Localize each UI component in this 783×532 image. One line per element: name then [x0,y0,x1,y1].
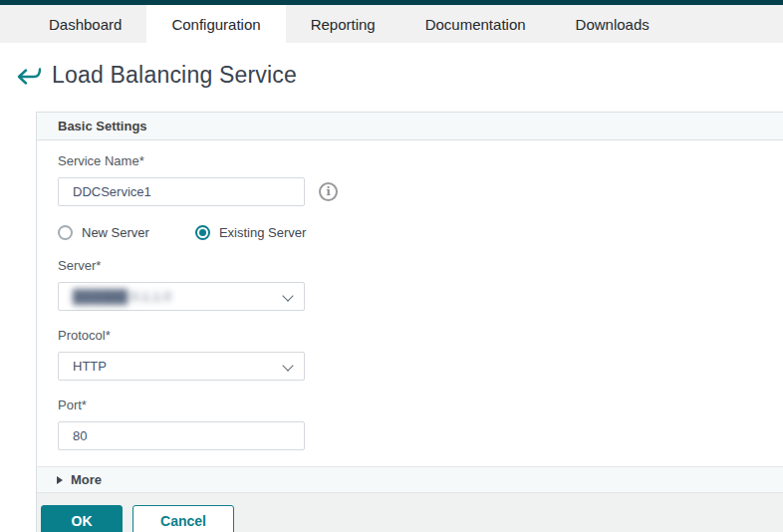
more-expander[interactable]: More [37,466,783,492]
basic-settings-panel: Basic Settings Service Name* i New Serve… [36,112,783,532]
server-group: Server* ██████ 0.1.1.0 [58,258,783,311]
info-icon[interactable]: i [319,182,338,201]
tab-documentation[interactable]: Documentation [400,5,551,43]
protocol-select-value: HTTP [73,359,107,374]
radio-circle-icon [195,225,210,240]
cancel-button[interactable]: Cancel [132,505,234,532]
tab-configuration[interactable]: Configuration [146,5,285,43]
port-input[interactable] [58,421,305,450]
ok-button[interactable]: OK [41,505,123,532]
chevron-down-icon [282,290,293,301]
protocol-group: Protocol* HTTP [58,328,783,381]
tab-dashboard[interactable]: Dashboard [24,5,146,43]
server-type-radio-group: New Server Existing Server [58,225,783,240]
page-title: Load Balancing Service [52,62,297,89]
panel-footer: OK Cancel [37,492,783,532]
protocol-select[interactable]: HTTP [58,352,305,381]
tab-reporting[interactable]: Reporting [286,5,400,43]
panel-header: Basic Settings [37,113,783,140]
main-tab-bar: Dashboard Configuration Reporting Docume… [0,5,783,43]
chevron-down-icon [282,360,293,371]
radio-new-server[interactable]: New Server [58,225,149,240]
service-name-input[interactable] [58,177,305,206]
protocol-label: Protocol* [58,328,783,343]
caret-right-icon [57,476,63,484]
server-select[interactable]: ██████ 0.1.1.0 [58,282,305,311]
radio-new-server-label: New Server [82,225,149,240]
page-header: Load Balancing Service [14,62,297,89]
panel-header-label: Basic Settings [58,119,147,133]
radio-existing-server-label: Existing Server [219,225,306,240]
server-label: Server* [58,258,783,273]
tab-downloads[interactable]: Downloads [551,5,674,43]
port-label: Port* [58,398,783,412]
more-label: More [71,472,102,487]
radio-existing-server[interactable]: Existing Server [195,225,306,240]
back-arrow-icon[interactable] [14,63,44,89]
port-group: Port* [58,398,783,450]
radio-circle-icon [58,225,73,240]
service-name-label: Service Name* [58,153,783,168]
panel-body: Service Name* i New Server Existing Serv… [37,140,783,450]
app-window: Dashboard Configuration Reporting Docume… [0,0,783,532]
server-select-value: ██████ 0.1.1.0 [73,289,171,304]
service-name-group: Service Name* i [58,153,783,206]
